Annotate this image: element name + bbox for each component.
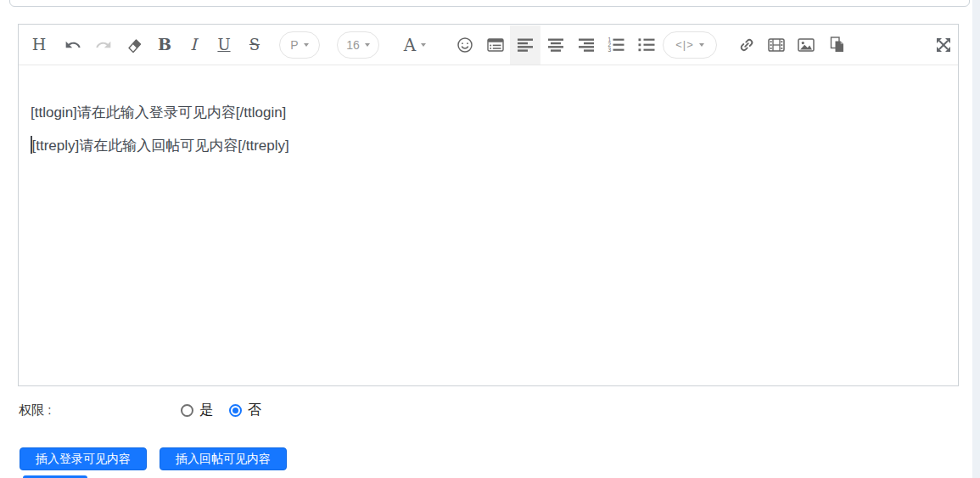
permission-option-no-label[interactable]: 否 [248,402,261,419]
editor-paragraph: [ttlogin]请在此输入登录可见内容[/ttlogin] [31,103,945,123]
emoji-button[interactable] [451,25,479,65]
link-icon [738,37,755,53]
font-color-label: A [404,37,416,53]
emoji-icon [456,37,473,53]
eraser-icon [126,36,143,53]
rich-text-editor: H B I U [18,24,959,386]
strikethrough-button[interactable]: S [240,25,269,65]
clear-format-button[interactable] [120,25,148,65]
bold-label: B [158,37,171,53]
redo-icon [95,37,112,53]
editor-paragraph-text: [ttreply]请在此输入回帖可见内容[/ttreply] [32,138,289,154]
permission-radio-group: 是 否 [181,399,277,421]
permission-label: 权限 : [19,399,51,421]
align-left-button[interactable] [510,25,540,65]
editor-paragraph: [ttreply]请在此输入回帖可见内容[/ttreply] [31,136,945,156]
strikethrough-label: S [249,37,260,53]
align-left-icon [518,38,533,52]
font-size-select[interactable]: 16 [337,31,379,59]
image-icon [798,38,815,52]
video-button[interactable] [761,25,792,65]
underline-label: U [217,37,230,53]
fullscreen-icon [936,37,951,53]
bold-button[interactable]: B [150,25,179,65]
radio-checked-icon[interactable] [229,404,242,417]
chevron-down-icon [304,43,309,47]
svg-text:3: 3 [608,47,612,52]
action-buttons-row: 插入登录可见内容 插入回帖可见内容 [0,447,959,470]
image-button[interactable] [792,25,820,65]
align-center-button[interactable] [540,25,571,65]
font-size-value: 16 [346,38,360,52]
paragraph-format-select[interactable]: P [279,31,320,59]
scrollbar-track[interactable] [972,0,980,478]
list-panel-button[interactable] [481,25,510,65]
italic-button[interactable]: I [179,25,208,65]
heading-button[interactable]: H [25,25,53,65]
font-color-button[interactable]: A [398,25,432,65]
permission-row: 权限 : 是 否 [0,399,959,421]
insert-login-content-button[interactable]: 插入登录可见内容 [20,447,147,470]
paragraph-format-value: P [290,38,298,52]
code-format-value: <|> [675,38,694,51]
align-center-icon [548,38,563,52]
editor-toolbar: H B I U [19,25,958,65]
chevron-down-icon [421,43,426,47]
fullscreen-button[interactable] [931,25,956,65]
code-format-select[interactable]: <|> [663,31,717,59]
link-button[interactable] [732,25,761,65]
radio-unchecked-icon[interactable] [181,404,193,417]
unordered-list-icon [638,37,655,52]
chevron-down-icon [365,43,370,47]
ordered-list-icon: 1 2 3 [608,37,624,52]
editor-paragraph-text: [ttlogin]请在此输入登录可见内容[/ttlogin] [31,104,286,121]
title-input-partial[interactable] [9,0,970,7]
permission-option-no[interactable]: 否 [229,402,261,419]
permission-option-yes-label[interactable]: 是 [199,402,213,419]
insert-reply-content-button[interactable]: 插入回帖可见内容 [160,447,287,470]
editor-content-area[interactable]: [ttlogin]请在此输入登录可见内容[/ttlogin] [ttreply]… [19,65,958,386]
italic-label: I [190,37,197,53]
ordered-list-button[interactable]: 1 2 3 [602,25,630,65]
underline-button[interactable]: U [210,25,238,65]
align-right-button[interactable] [571,25,602,65]
list-panel-icon [487,38,504,52]
heading-label: H [32,37,47,53]
undo-button[interactable] [59,25,87,65]
paste-icon [828,37,845,53]
paste-button[interactable] [822,25,851,65]
permission-option-yes[interactable]: 是 [181,402,213,419]
video-icon [768,38,785,52]
chevron-down-icon [699,43,704,47]
redo-button[interactable] [89,25,118,65]
align-right-icon [579,38,594,52]
undo-icon [64,37,81,53]
unordered-list-button[interactable] [632,25,661,65]
